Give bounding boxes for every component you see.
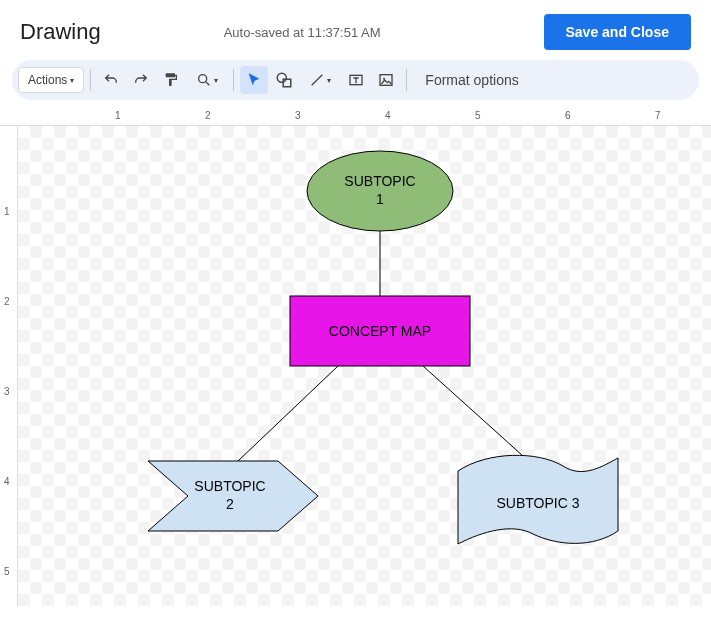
save-and-close-button[interactable]: Save and Close (544, 14, 692, 50)
svg-point-1 (278, 73, 287, 82)
shape-subtopic1-text-l2: 1 (376, 191, 384, 207)
textbox-tool-button[interactable] (342, 66, 370, 94)
redo-icon (133, 72, 149, 88)
toolbar: Actions ▾ ▾ ▾ (12, 60, 699, 100)
connector-line[interactable] (238, 366, 338, 461)
ruler-tick: 5 (475, 110, 481, 121)
shape-subtopic2-text-l2: 2 (226, 496, 234, 512)
ruler-tick: 4 (385, 110, 391, 121)
textbox-icon (348, 72, 364, 88)
caret-down-icon: ▾ (70, 76, 74, 85)
caret-down-icon: ▾ (327, 76, 331, 85)
caret-down-icon: ▾ (214, 76, 218, 85)
ruler-tick: 1 (4, 206, 10, 217)
ruler-tick: 2 (205, 110, 211, 121)
ruler-tick: 1 (115, 110, 121, 121)
shape-tool-button[interactable] (270, 66, 298, 94)
select-tool-button[interactable] (240, 66, 268, 94)
ruler-tick: 6 (565, 110, 571, 121)
shape-subtopic3-text: SUBTOPIC 3 (497, 495, 580, 511)
line-tool-button[interactable]: ▾ (300, 66, 340, 94)
toolbar-separator (233, 69, 234, 91)
redo-button[interactable] (127, 66, 155, 94)
ruler-vertical: 1 2 3 4 5 (0, 126, 18, 606)
ruler-tick: 7 (655, 110, 661, 121)
ruler-tick: 5 (4, 566, 10, 577)
zoom-button[interactable]: ▾ (187, 66, 227, 94)
line-icon (309, 72, 325, 88)
svg-point-0 (199, 75, 207, 83)
paint-format-icon (163, 72, 179, 88)
paint-format-button[interactable] (157, 66, 185, 94)
undo-icon (103, 72, 119, 88)
actions-menu-button[interactable]: Actions ▾ (18, 67, 84, 93)
drawing-canvas[interactable]: SUBTOPIC 1 CONCEPT MAP SUBTOPIC 2 SUBTOP… (18, 126, 711, 606)
svg-rect-2 (284, 79, 292, 87)
image-tool-button[interactable] (372, 66, 400, 94)
ruler-tick: 3 (4, 386, 10, 397)
undo-button[interactable] (97, 66, 125, 94)
shape-subtopic1-text-l1: SUBTOPIC (344, 173, 415, 189)
cursor-icon (246, 72, 262, 88)
actions-label: Actions (28, 73, 67, 87)
ruler-tick: 3 (295, 110, 301, 121)
ruler-horizontal: 1 2 3 4 5 6 7 (0, 108, 711, 126)
shape-subtopic2-text-l1: SUBTOPIC (194, 478, 265, 494)
autosave-status: Auto-saved at 11:37:51 AM (61, 25, 544, 40)
format-options-button[interactable]: Format options (413, 72, 530, 88)
zoom-icon (196, 72, 212, 88)
image-icon (378, 72, 394, 88)
connector-line[interactable] (423, 366, 523, 456)
shape-concept-map-text: CONCEPT MAP (329, 323, 431, 339)
shapes-icon (275, 71, 293, 89)
ruler-tick: 2 (4, 296, 10, 307)
toolbar-separator (406, 69, 407, 91)
toolbar-separator (90, 69, 91, 91)
canvas-svg: SUBTOPIC 1 CONCEPT MAP SUBTOPIC 2 SUBTOP… (18, 126, 711, 606)
ruler-tick: 4 (4, 476, 10, 487)
dialog-header: Drawing Auto-saved at 11:37:51 AM Save a… (0, 0, 711, 60)
workspace: 1 2 3 4 5 SUBTOPIC 1 CONCEPT MAP SUBTOPI… (0, 126, 711, 606)
toolbar-container: Actions ▾ ▾ ▾ (0, 60, 711, 100)
